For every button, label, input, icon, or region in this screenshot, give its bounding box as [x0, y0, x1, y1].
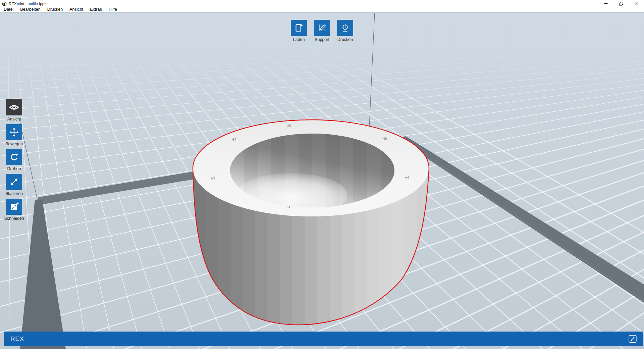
- menu-extras[interactable]: Extras: [87, 7, 105, 12]
- support-edit-icon: [316, 22, 328, 34]
- statusbar-expand-button[interactable]: [628, 335, 637, 343]
- print-icon: [339, 22, 351, 34]
- move-button[interactable]: [6, 124, 22, 140]
- minimize-button[interactable]: [598, 0, 613, 7]
- viewport-3d[interactable]: 453621: [0, 0, 644, 349]
- load-file-icon: [293, 22, 305, 34]
- menu-drucken[interactable]: Drucken: [44, 7, 66, 12]
- restore-icon: [619, 2, 623, 6]
- view-label: Ansicht: [7, 117, 21, 121]
- close-icon: [634, 2, 638, 5]
- rotate-icon: [8, 151, 20, 163]
- cut-icon: [8, 201, 20, 212]
- menu-hilfe[interactable]: Hilfe: [105, 7, 120, 12]
- app-logo-icon: B: [2, 1, 7, 6]
- cut-button[interactable]: [6, 199, 22, 215]
- svg-text:4: 4: [286, 123, 291, 128]
- window-title: REXprint - untitle.fpp*: [9, 2, 46, 6]
- toolbar-left: Ansicht Bewegen: [6, 99, 22, 223]
- svg-text:B: B: [3, 2, 5, 5]
- scale-button[interactable]: [6, 174, 22, 190]
- print-label: Drucken: [337, 37, 353, 42]
- load-label: Laden: [293, 37, 305, 42]
- load-button[interactable]: [291, 20, 307, 36]
- titlebar: B REXprint - untitle.fpp*: [0, 0, 644, 7]
- menu-datei[interactable]: Datei: [0, 7, 17, 12]
- expand-icon: [629, 335, 637, 343]
- restore-button[interactable]: [613, 0, 629, 7]
- eye-icon: [8, 101, 20, 113]
- close-button[interactable]: [629, 0, 644, 7]
- scale-label: Skalieren: [5, 191, 23, 196]
- scale-icon: [8, 176, 20, 188]
- support-button[interactable]: [314, 20, 330, 36]
- rotate-button[interactable]: [6, 149, 22, 165]
- rotate-label: Drehen: [7, 166, 21, 171]
- support-label: Support: [315, 37, 329, 42]
- move-label: Bewegen: [5, 142, 23, 146]
- menu-bearbeiten[interactable]: Bearbeiten: [17, 7, 44, 12]
- minimize-icon: [604, 2, 608, 5]
- menubar: Datei Bearbeiten Drucken Ansicht Extras …: [0, 7, 644, 12]
- move-icon: [8, 127, 20, 138]
- cut-label: Schneiden: [4, 216, 24, 221]
- toolbar-top: Laden Support Dr: [291, 20, 353, 42]
- svg-text:1: 1: [287, 205, 292, 209]
- print-button[interactable]: [337, 20, 353, 36]
- menu-ansicht[interactable]: Ansicht: [66, 7, 87, 12]
- statusbar-text: REX: [10, 335, 24, 343]
- app-window: 453621 B REXprint - untitle.fpp*: [0, 0, 644, 349]
- view-button[interactable]: [6, 99, 22, 115]
- statusbar: REX: [4, 332, 643, 346]
